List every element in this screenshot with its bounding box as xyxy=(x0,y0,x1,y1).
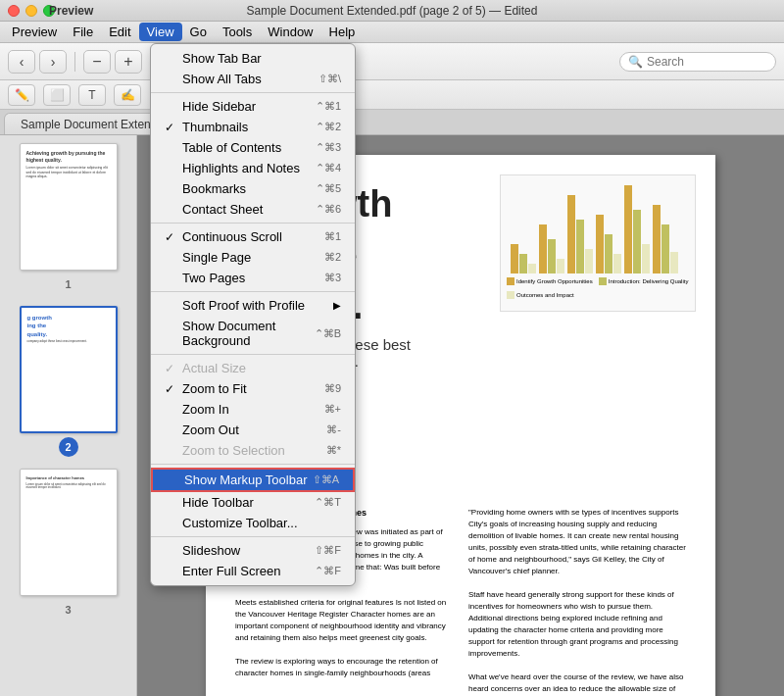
menu-label: Zoom to Fit xyxy=(182,381,324,396)
bar xyxy=(670,252,678,273)
bar xyxy=(624,185,632,273)
menu-item-single-page[interactable]: Single Page ⌘2 xyxy=(151,247,355,268)
menu-label: Slideshow xyxy=(182,543,315,558)
list-item[interactable]: Achieving growth by pursuing the highest… xyxy=(4,143,132,294)
menu-item-slideshow[interactable]: Slideshow ⇧⌘F xyxy=(151,540,355,561)
menu-label: Hide Sidebar xyxy=(182,99,316,114)
menu-item-enter-full-screen[interactable]: Enter Full Screen ⌃⌘F xyxy=(151,561,355,581)
bar-group-3 xyxy=(567,195,593,273)
bar-group-4 xyxy=(596,215,621,273)
menu-item-two-pages[interactable]: Two Pages ⌘3 xyxy=(151,268,355,288)
list-item[interactable]: Importance of character homes Lorem ipsu… xyxy=(4,469,132,620)
zoom-out-toolbar-button[interactable]: − xyxy=(83,50,111,74)
app-name: Preview xyxy=(49,4,93,18)
doc-col-right: "Providing home owners with se types of … xyxy=(468,507,686,696)
bar xyxy=(576,220,584,273)
pen-tool-button[interactable]: ✏️ xyxy=(8,84,35,106)
menu-item-customize-toolbar[interactable]: Customize Toolbar... xyxy=(151,513,355,533)
shortcut: ⇧⌘A xyxy=(313,473,339,486)
menu-item-hide-toolbar[interactable]: Hide Toolbar ⌃⌘T xyxy=(151,492,355,513)
bar xyxy=(653,205,661,273)
page-thumbnail-1[interactable]: Achieving growth by pursuing the highest… xyxy=(20,143,118,271)
menu-view[interactable]: View xyxy=(139,23,182,41)
menu-label: Enter Full Screen xyxy=(182,564,315,578)
menu-item-zoom-to-fit[interactable]: ✓ Zoom to Fit ⌘9 xyxy=(151,378,355,399)
shortcut: ⌘2 xyxy=(324,251,341,264)
page-thumbnail-2[interactable]: g growthing thequality. company adopt th… xyxy=(20,306,118,433)
bar-group-6 xyxy=(653,205,678,273)
menu-item-show-all-tabs[interactable]: Show All Tabs ⇧⌘\ xyxy=(151,69,355,89)
menu-go[interactable]: Go xyxy=(182,23,215,41)
tab-bar: Sample Document Extende... xyxy=(0,110,784,135)
menu-item-show-tab-bar[interactable]: Show Tab Bar xyxy=(151,48,355,69)
view-dropdown-menu[interactable]: Show Tab Bar Show All Tabs ⇧⌘\ Hide Side… xyxy=(150,43,356,586)
menu-item-zoom-out[interactable]: Zoom Out ⌘- xyxy=(151,420,355,440)
menu-label: Highlights and Notes xyxy=(182,161,316,175)
menu-edit[interactable]: Edit xyxy=(101,23,138,41)
toolbar-separator-1 xyxy=(74,52,75,72)
search-icon: 🔍 xyxy=(628,55,643,69)
bar xyxy=(567,195,575,273)
menu-bar: Preview File Edit View Go Tools Window H… xyxy=(0,22,784,43)
thumb-content-2: g growthing thequality. company adopt th… xyxy=(22,308,116,350)
minimize-button[interactable] xyxy=(25,5,37,17)
shortcut: ⌃⌘5 xyxy=(316,182,341,195)
toolbar: ‹ › − + ↑ 🔍 xyxy=(0,43,784,80)
menu-item-highlights-notes[interactable]: Highlights and Notes ⌃⌘4 xyxy=(151,158,355,178)
menu-label: Zoom In xyxy=(182,402,324,417)
bar xyxy=(633,210,641,273)
text-button[interactable]: T xyxy=(78,84,106,106)
menu-item-thumbnails[interactable]: ✓ Thumbnails ⌃⌘2 xyxy=(151,117,355,137)
menu-item-bookmarks[interactable]: Bookmarks ⌃⌘5 xyxy=(151,178,355,199)
page-number-1: 1 xyxy=(59,274,78,294)
menu-help[interactable]: Help xyxy=(321,23,364,41)
zoom-in-toolbar-button[interactable]: + xyxy=(115,50,142,74)
page-thumbnail-3[interactable]: Importance of character homes Lorem ipsu… xyxy=(20,469,118,596)
nav-forward-button[interactable]: › xyxy=(39,50,67,74)
menu-item-actual-size[interactable]: ✓ Actual Size xyxy=(151,358,355,378)
menu-label: Two Pages xyxy=(182,271,324,285)
menu-separator xyxy=(151,464,355,465)
menu-item-zoom-in[interactable]: Zoom In ⌘+ xyxy=(151,399,355,420)
menu-item-hide-sidebar[interactable]: Hide Sidebar ⌃⌘1 xyxy=(151,96,355,117)
menu-item-show-markup-toolbar[interactable]: Show Markup Toolbar ⇧⌘A xyxy=(151,468,355,492)
menu-file[interactable]: File xyxy=(65,23,101,41)
bar xyxy=(557,259,564,273)
bar-group-5 xyxy=(624,185,650,273)
check-icon: ✓ xyxy=(165,230,180,244)
search-box[interactable]: 🔍 xyxy=(619,52,776,72)
menu-preview[interactable]: Preview xyxy=(4,23,65,41)
menu-item-zoom-to-selection[interactable]: Zoom to Selection ⌘* xyxy=(151,440,355,461)
menu-item-show-doc-bg[interactable]: Show Document Background ⌃⌘B xyxy=(151,316,355,351)
menu-tools[interactable]: Tools xyxy=(215,23,260,41)
doc-body-right: "Providing home owners with se types of … xyxy=(468,507,686,696)
shortcut: ⌃⌘T xyxy=(315,496,341,509)
shortcut: ⌘9 xyxy=(324,382,341,395)
check-icon: ✓ xyxy=(165,382,180,396)
list-item[interactable]: g growthing thequality. company adopt th… xyxy=(4,306,132,457)
menu-label: Table of Contents xyxy=(182,140,316,155)
shortcut: ⌃⌘3 xyxy=(316,141,341,154)
menu-item-contact-sheet[interactable]: Contact Sheet ⌃⌘6 xyxy=(151,199,355,220)
check-icon: ✓ xyxy=(165,362,180,375)
menu-label: Single Page xyxy=(182,250,324,265)
bar xyxy=(662,224,669,273)
menu-item-table-of-contents[interactable]: Table of Contents ⌃⌘3 xyxy=(151,137,355,158)
shapes-button[interactable]: ⬜ xyxy=(43,84,71,106)
search-input[interactable] xyxy=(647,55,774,69)
menu-label: Hide Toolbar xyxy=(182,495,315,510)
menu-item-continuous-scroll[interactable]: ✓ Continuous Scroll ⌘1 xyxy=(151,226,355,247)
close-button[interactable] xyxy=(8,5,20,17)
bar xyxy=(585,249,593,273)
nav-back-button[interactable]: ‹ xyxy=(8,50,35,74)
main-area: Achieving growth by pursuing the highest… xyxy=(0,135,784,696)
traffic-lights xyxy=(8,5,55,17)
thumb-content-3: Importance of character homes Lorem ipsu… xyxy=(21,470,117,496)
menu-item-soft-proof[interactable]: Soft Proof with Profile ▶ xyxy=(151,295,355,316)
shortcut: ⇧⌘\ xyxy=(318,73,341,85)
legend-color-2 xyxy=(599,277,607,285)
menu-window[interactable]: Window xyxy=(260,23,320,41)
shortcut: ⌘3 xyxy=(324,272,341,284)
signature-button[interactable]: ✍ xyxy=(114,84,141,106)
document-title: Sample Document Extended.pdf (page 2 of … xyxy=(8,4,776,18)
